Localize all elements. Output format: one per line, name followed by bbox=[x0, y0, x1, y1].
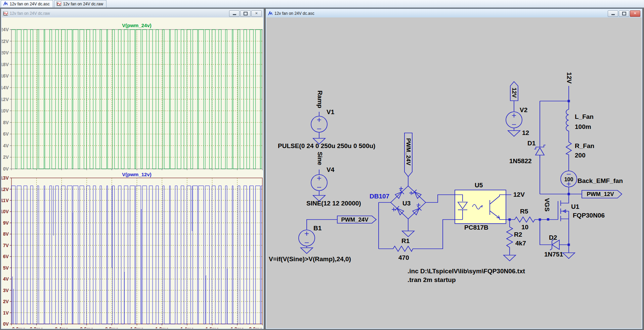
part-1n5822: 1N5822 bbox=[509, 157, 532, 164]
value-v1: PULSE(0 24 0 250u 250u 0 500u) bbox=[278, 142, 375, 149]
net-flag-v2-12v: 12V bbox=[511, 88, 517, 98]
trace-pwm12v-transients bbox=[12, 186, 250, 324]
junction-dots bbox=[509, 100, 570, 246]
y-axis-label: 0V bbox=[3, 321, 9, 327]
schematic-window[interactable]: 12v fan on 24V dc.asc ✕ bbox=[265, 8, 643, 329]
component-u1-mosfet[interactable]: U1 FQP30N06 bbox=[558, 194, 605, 258]
y-axis-label: 0V bbox=[3, 166, 9, 172]
trace-title-pwm12v[interactable]: V(pwm_12v) bbox=[122, 172, 152, 177]
ref-u1: U1 bbox=[571, 203, 579, 210]
mdi-workspace: 12v fan on 24V dc.raw ✕ V(pwm_24v) 24V22… bbox=[0, 8, 644, 330]
net-label-12v-rail[interactable]: 12V bbox=[566, 72, 573, 84]
part-fqp30n06: FQP30N06 bbox=[573, 212, 605, 219]
y-axis-label: 12V bbox=[2, 97, 9, 102]
value-r5: 10 bbox=[521, 224, 528, 231]
close-button[interactable]: ✕ bbox=[630, 10, 640, 17]
value-back-emf: 100 bbox=[564, 177, 573, 182]
component-d2-zener[interactable]: D2 1N751 bbox=[544, 234, 563, 258]
waveform-window[interactable]: 12v fan on 24V dc.raw ✕ V(pwm_24v) 24V22… bbox=[1, 8, 264, 329]
svg-text:PWM_24V: PWM_24V bbox=[341, 217, 369, 223]
close-button[interactable]: ✕ bbox=[251, 10, 262, 17]
y-axis-label: 2V bbox=[3, 299, 9, 304]
component-r5[interactable]: R5 10 bbox=[510, 208, 540, 231]
value-b1: V=if(V(Sine)>V(Ramp),24,0) bbox=[269, 255, 351, 263]
component-u5-optocoupler[interactable]: U5 PC817B bbox=[455, 182, 506, 231]
minimize-button[interactable] bbox=[608, 10, 618, 17]
y-axis-label: 8V bbox=[3, 231, 9, 237]
waveform-icon bbox=[56, 1, 61, 6]
time-axis-labels: 0.0ms0.2ms0.4ms0.6ms0.8ms1.0ms1.2ms1.4ms… bbox=[12, 326, 262, 328]
value-l-fan: 100m bbox=[575, 123, 591, 130]
ref-l-fan: L_Fan bbox=[575, 113, 594, 120]
ref-v2: V2 bbox=[520, 106, 527, 113]
value-r2: 4k7 bbox=[515, 240, 526, 247]
net-flag-pwm24-out[interactable]: PWM_24V bbox=[337, 216, 376, 223]
pane-pwm24v[interactable]: 24V22V20V18V16V14V12V10V8V6V4V2V0V bbox=[2, 27, 262, 172]
y-axis-label: 2V bbox=[3, 154, 9, 160]
x-axis-label: 2.0ms bbox=[249, 326, 262, 328]
ref-r5: R5 bbox=[520, 208, 528, 215]
net-label-ramp: Ramp bbox=[316, 91, 324, 108]
restore-button[interactable] bbox=[240, 10, 251, 17]
component-v4[interactable]: Sine V4 SINE(12 12 20000) bbox=[306, 152, 361, 207]
ref-d2: D2 bbox=[549, 234, 557, 241]
component-b1[interactable]: B1 V=if(V(Sine)>V(Ramp),24,0) bbox=[269, 225, 351, 263]
ref-r1: R1 bbox=[401, 237, 410, 244]
ref-u3: U3 bbox=[402, 200, 411, 207]
ref-r2: R2 bbox=[514, 231, 522, 238]
ref-u5: U5 bbox=[475, 182, 483, 189]
value-v2: 12 bbox=[522, 129, 529, 136]
tab-label: 12v fan on 24V dc.raw bbox=[63, 2, 103, 6]
y-axis-label: 9V bbox=[3, 220, 9, 226]
component-v1[interactable]: Ramp V1 PULSE(0 24 0 250u 250u 0 500u) bbox=[278, 91, 375, 149]
ref-d1: D1 bbox=[527, 140, 536, 147]
directive-include[interactable]: .inc D:\LTspiceIV\lib\sym\FQP30N06.txt bbox=[407, 268, 525, 275]
ref-back-emf: Back_EMF_fan bbox=[577, 177, 623, 184]
ref-r-fan: R_Fan bbox=[575, 142, 594, 149]
directive-tran[interactable]: .tran 2m startup bbox=[407, 276, 456, 283]
y-axis-label: 24V bbox=[2, 27, 9, 32]
waveform-window-titlebar[interactable]: 12v fan on 24V dc.raw ✕ bbox=[2, 9, 263, 17]
y-axis-label: 10V bbox=[2, 108, 9, 113]
schematic-window-titlebar[interactable]: 12v fan on 24V dc.asc ✕ bbox=[266, 9, 642, 17]
net-flag-pwm24-bridge[interactable]: PWM_24V bbox=[404, 133, 412, 177]
y-axis-label: 1V bbox=[3, 310, 9, 316]
y-axis-label: 5V bbox=[3, 265, 9, 271]
y-axis-label: 6V bbox=[3, 131, 9, 137]
document-tab-bar: 12v fan on 24V dc.asc 12v fan on 24V dc.… bbox=[0, 0, 644, 8]
tab-label: 12v fan on 24V dc.asc bbox=[10, 2, 50, 6]
x-axis-label: 1.2ms bbox=[155, 326, 169, 328]
net-label-opto-12v[interactable]: 12V bbox=[513, 191, 525, 198]
restore-button[interactable] bbox=[619, 10, 629, 17]
component-u3-bridge[interactable]: U3 DB107 bbox=[370, 186, 426, 237]
net-flag-pwm12[interactable]: PWM_12V bbox=[582, 190, 622, 198]
tab-schematic[interactable]: 12v fan on 24V dc.asc bbox=[1, 0, 53, 7]
value-r1: 470 bbox=[398, 254, 409, 261]
waveform-plot-area[interactable]: V(pwm_24v) 24V22V20V18V16V14V12V10V8V6V4… bbox=[2, 17, 263, 328]
tab-waveform[interactable]: 12v fan on 24V dc.raw bbox=[54, 0, 106, 7]
y-axis-label: 22V bbox=[2, 39, 9, 44]
y-axis-label: 12V bbox=[2, 187, 9, 192]
value-r-fan: 200 bbox=[575, 152, 586, 159]
pane-pwm12v[interactable]: 13V12V11V10V9V8V7V6V5V4V3V2V1V0V bbox=[2, 175, 262, 327]
x-axis-label: 0.0ms bbox=[12, 326, 26, 328]
component-r-fan[interactable]: R_Fan 200 bbox=[566, 141, 594, 159]
net-label-sine: Sine bbox=[316, 152, 324, 165]
minimize-button[interactable] bbox=[229, 10, 240, 17]
trace-title-pwm24v[interactable]: V(pwm_24v) bbox=[122, 22, 152, 28]
component-back-emf-fan[interactable]: 100 Back_EMF_fan bbox=[561, 171, 623, 187]
y-axis-label: 3V bbox=[3, 288, 9, 293]
part-1n751: 1N751 bbox=[544, 251, 563, 258]
schematic-canvas[interactable]: Ramp V1 PULSE(0 24 0 250u 250u 0 500u) S… bbox=[266, 17, 642, 328]
wires bbox=[307, 86, 582, 249]
svg-text:PWM_12V: PWM_12V bbox=[587, 191, 614, 197]
value-v4: SINE(12 12 20000) bbox=[306, 200, 361, 207]
component-r1[interactable]: R1 470 bbox=[391, 237, 414, 261]
x-axis-label: 0.8ms bbox=[105, 326, 119, 328]
component-l-fan[interactable]: L_Fan 100m bbox=[566, 109, 594, 131]
x-axis-label: 0.4ms bbox=[55, 326, 69, 328]
x-axis-label: 1.4ms bbox=[180, 326, 194, 328]
component-v2[interactable]: 12V V2 12 bbox=[506, 82, 529, 136]
net-label-vgs[interactable]: VGS bbox=[544, 198, 551, 211]
y-axis-label: 6V bbox=[3, 254, 9, 259]
